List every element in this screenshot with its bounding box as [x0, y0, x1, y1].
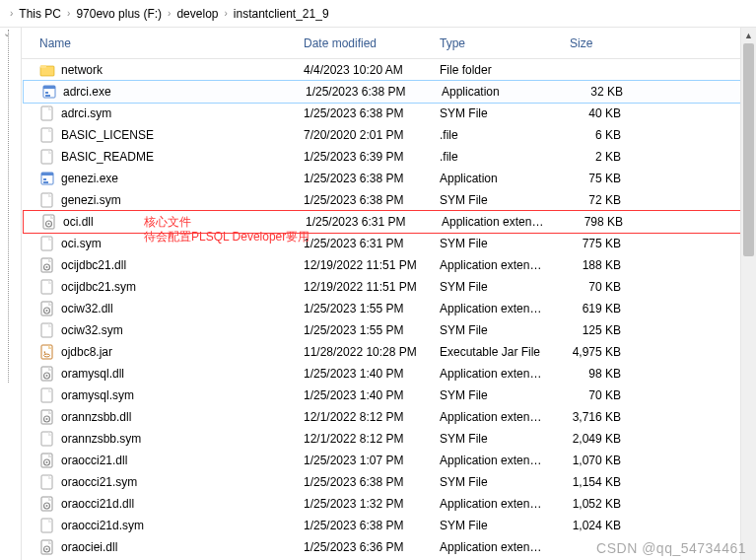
file-row[interactable]: oramysql.sym1/25/2023 1:40 PMSYM File70 … [22, 385, 756, 406]
column-date[interactable]: Date modified [296, 28, 432, 58]
file-name: oci.dll [63, 215, 94, 229]
file-icon [39, 192, 55, 208]
scrollbar-thumb[interactable] [743, 43, 754, 256]
file-name: ociw32.dll [61, 302, 113, 315]
file-row[interactable]: oci.dll1/25/2023 6:31 PMApplication exte… [24, 211, 754, 233]
svg-rect-43 [41, 519, 52, 532]
column-type[interactable]: Type [432, 28, 562, 58]
svg-point-34 [46, 418, 48, 420]
file-name: oraocci21.sym [61, 475, 137, 489]
dll-icon [39, 301, 55, 316]
chevron-right-icon: › [67, 8, 70, 19]
file-name: oramysql.sym [61, 388, 134, 402]
file-row[interactable]: ociw32.sym1/25/2023 1:55 PMSYM File125 K… [22, 319, 756, 341]
file-row[interactable]: oraocci21d.dll1/25/2023 1:32 PMApplicati… [22, 493, 756, 515]
file-type: Application exten… [432, 410, 562, 424]
dll-icon [39, 496, 55, 512]
column-header: Name Date modified Type Size [22, 28, 756, 59]
file-date: 12/1/2022 8:12 PM [296, 410, 432, 424]
svg-rect-13 [41, 193, 52, 207]
file-date: 1/25/2023 6:38 PM [296, 519, 432, 532]
file-size: 75 KB [562, 172, 629, 185]
file-row[interactable]: BASIC_README1/25/2023 6:39 PM.file2 KB [22, 146, 756, 168]
file-size: 1,024 KB [562, 519, 629, 532]
file-row[interactable]: genezi.exe1/25/2023 6:38 PMApplication75… [22, 168, 756, 189]
file-type: .file [432, 128, 562, 142]
file-icon [39, 236, 55, 251]
file-size: 188 KB [562, 258, 629, 272]
breadcrumb[interactable]: › This PC › 970evo plus (F:) › develop ›… [0, 0, 756, 28]
file-name: adrci.sym [61, 106, 111, 120]
file-icon [39, 387, 55, 403]
file-row[interactable]: adrci.exe1/25/2023 6:38 PMApplication32 … [24, 81, 754, 103]
file-row[interactable]: ocijdbc21.dll12/19/2022 11:51 PMApplicat… [22, 254, 756, 276]
file-row[interactable]: oramysql.dll1/25/2023 1:40 PMApplication… [22, 363, 756, 385]
file-name: oramysql.dll [61, 367, 124, 381]
chevron-right-icon: › [10, 8, 13, 19]
file-row[interactable]: oraocci21.dll1/25/2023 1:07 PMApplicatio… [22, 450, 756, 471]
watermark: CSDN @qq_54734461 [596, 540, 746, 556]
file-row[interactable]: orannzsbb.sym12/1/2022 8:12 PMSYM File2,… [22, 428, 756, 450]
tree-pane[interactable]: ⌄ [0, 28, 22, 560]
svg-rect-3 [43, 86, 55, 89]
file-icon [39, 127, 55, 143]
file-row[interactable]: network4/4/2023 10:20 AMFile folder [22, 59, 756, 81]
breadcrumb-item[interactable]: instantclient_21_9 [234, 7, 329, 21]
file-row[interactable]: oci.sym1/25/2023 6:31 PMSYM File775 KB [22, 233, 756, 254]
dll-icon [39, 366, 55, 382]
file-icon [39, 431, 55, 447]
file-row[interactable]: oraocci21d.sym1/25/2023 6:38 PMSYM File1… [22, 515, 756, 536]
svg-point-38 [46, 461, 48, 463]
breadcrumb-item[interactable]: 970evo plus (F:) [76, 7, 162, 21]
svg-rect-1 [40, 65, 46, 68]
file-row[interactable]: ojdbc8.jar11/28/2022 10:28 PMExecutable … [22, 341, 756, 363]
file-date: 12/19/2022 11:51 PM [296, 258, 432, 272]
column-name[interactable]: Name [22, 28, 296, 58]
file-size: 32 KB [564, 85, 631, 99]
chevron-right-icon: › [168, 8, 171, 19]
svg-rect-4 [45, 92, 48, 94]
tree-line [8, 30, 9, 383]
exe-icon [39, 171, 55, 186]
file-type: SYM File [432, 323, 562, 337]
file-row[interactable]: ociw32.dll1/25/2023 1:55 PMApplication e… [22, 298, 756, 319]
file-size: 2,049 KB [562, 432, 629, 446]
svg-rect-11 [43, 178, 46, 180]
file-name: oraocci21.dll [61, 454, 127, 467]
dll-icon [39, 257, 55, 273]
file-type: Application exten… [432, 367, 562, 381]
jar-icon [39, 344, 55, 360]
file-row[interactable]: ocijdbc21.sym12/19/2022 11:51 PMSYM File… [22, 276, 756, 298]
file-list[interactable]: network4/4/2023 10:20 AMFile folderadrci… [22, 59, 756, 558]
file-size: 1,052 KB [562, 497, 629, 511]
file-row[interactable]: adrci.sym1/25/2023 6:38 PMSYM File40 KB [22, 103, 756, 124]
file-row[interactable]: genezi.sym1/25/2023 6:38 PMSYM File72 KB [22, 189, 756, 211]
file-date: 4/4/2023 10:20 AM [296, 63, 432, 77]
file-type: SYM File [432, 106, 562, 120]
column-size[interactable]: Size [562, 28, 629, 58]
file-size: 98 KB [562, 367, 629, 381]
file-type: Application exten… [432, 258, 562, 272]
svg-rect-5 [45, 95, 50, 97]
svg-rect-6 [41, 106, 52, 120]
scrollbar[interactable]: ▲ [740, 28, 756, 560]
folder-icon [39, 62, 55, 78]
file-name: network [61, 63, 103, 77]
svg-point-46 [46, 548, 48, 550]
file-name: BASIC_LICENSE [61, 128, 154, 142]
file-name: orannzsbb.sym [61, 432, 141, 446]
file-type: Application [434, 85, 564, 99]
file-row[interactable]: orannzsbb.dll12/1/2022 8:12 PMApplicatio… [22, 406, 756, 428]
svg-point-20 [46, 266, 48, 268]
file-size: 775 KB [562, 237, 629, 250]
file-row[interactable]: BASIC_LICENSE7/20/2020 2:01 PM.file6 KB [22, 124, 756, 146]
exe-icon [41, 84, 57, 100]
chevron-down-icon[interactable]: ⌄ [3, 28, 11, 38]
file-row[interactable]: oraocci21.sym1/25/2023 6:38 PMSYM File1,… [22, 471, 756, 493]
file-size: 619 KB [562, 302, 629, 315]
breadcrumb-item[interactable]: This PC [19, 7, 61, 21]
scroll-up-icon[interactable]: ▲ [741, 28, 756, 43]
file-size: 1,070 KB [562, 454, 629, 467]
svg-rect-7 [41, 128, 52, 142]
breadcrumb-item[interactable]: develop [176, 7, 218, 21]
